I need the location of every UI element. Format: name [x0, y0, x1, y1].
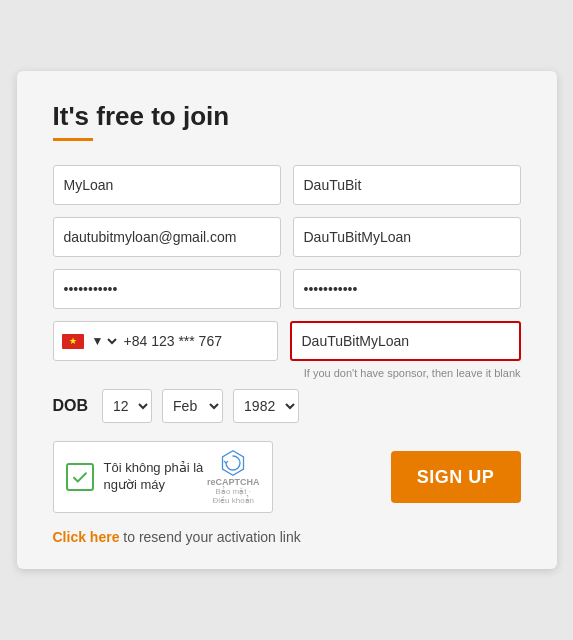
- activation-rest-text: to resend your activation link: [119, 529, 300, 545]
- password-input[interactable]: [53, 269, 281, 309]
- captcha-checkbox[interactable]: [66, 463, 94, 491]
- email-username-row: [53, 217, 521, 257]
- recaptcha-logo-area: reCAPTCHA Bảo mật · Điều khoản: [207, 449, 260, 505]
- checkmark-icon: [71, 468, 89, 486]
- dob-month-select[interactable]: Jan Feb MarAprMayJun JulAugSepOct NovDec: [162, 389, 223, 423]
- phone-sponsor-row: ▼ +84 123 *** 767: [53, 321, 521, 361]
- username-input[interactable]: [293, 217, 521, 257]
- recaptcha-brand-label: reCAPTCHA: [207, 477, 260, 487]
- phone-number-display: +84 123 *** 767: [124, 333, 222, 349]
- title-underline: [53, 138, 93, 141]
- dob-row: DOB 12 1234 5678 9101113 1415 Jan Feb Ma…: [53, 389, 521, 423]
- recaptcha-logo-icon: [219, 449, 247, 477]
- first-name-input[interactable]: [53, 165, 281, 205]
- registration-card: It's free to join ▼ +84 123 *** 767 If y…: [17, 71, 557, 569]
- activation-link-row: Click here to resend your activation lin…: [53, 529, 521, 545]
- bottom-row: Tôi không phải là người máy reCAPTCHA Bả…: [53, 441, 521, 513]
- confirm-password-input[interactable]: [293, 269, 521, 309]
- signup-button[interactable]: SIGN UP: [391, 451, 521, 503]
- dob-year-select[interactable]: 1980 1981 1982 198319841985: [233, 389, 299, 423]
- password-row: [53, 269, 521, 309]
- phone-field: ▼ +84 123 *** 767: [53, 321, 278, 361]
- sponsor-input[interactable]: [290, 321, 521, 361]
- captcha-label-text: Tôi không phải là người máy: [104, 460, 207, 494]
- activation-link[interactable]: Click here: [53, 529, 120, 545]
- page-title: It's free to join: [53, 101, 521, 132]
- email-input[interactable]: [53, 217, 281, 257]
- captcha-text-block: Tôi không phải là người máy: [104, 460, 207, 494]
- last-name-input[interactable]: [293, 165, 521, 205]
- name-row: [53, 165, 521, 205]
- country-code-select[interactable]: ▼: [88, 333, 120, 349]
- captcha-box[interactable]: Tôi không phải là người máy reCAPTCHA Bả…: [53, 441, 273, 513]
- dob-label: DOB: [53, 397, 89, 415]
- recaptcha-sub-label: Bảo mật · Điều khoản: [207, 487, 260, 505]
- dob-day-select[interactable]: 12 1234 5678 9101113 1415: [102, 389, 152, 423]
- sponsor-hint: If you don't have sponsor, then leave it…: [53, 367, 521, 379]
- flag-vietnam-icon: [62, 334, 84, 349]
